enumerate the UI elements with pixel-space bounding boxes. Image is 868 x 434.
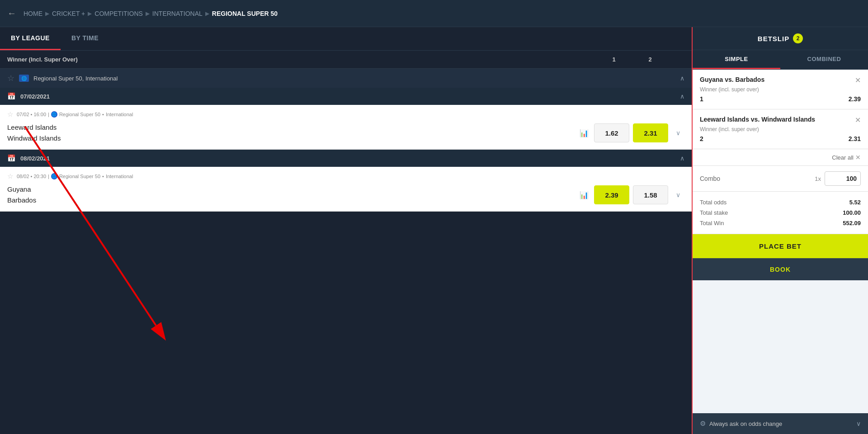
breadcrumb-sep2: ▶ (88, 10, 92, 17)
date-collapse-icon-1[interactable]: ∧ (680, 93, 684, 100)
date-row-1: 📅 07/02/2021 ∧ (0, 88, 692, 105)
total-stake-value: 100.00 (843, 209, 861, 216)
match-row-1: ☆ 07/02 • 16:00 | 🌐 Regional Super 50 • … (0, 105, 692, 150)
odds-change-chevron-icon[interactable]: ∨ (856, 420, 861, 427)
clear-all-text[interactable]: Clear all (832, 154, 854, 161)
league-collapse-icon[interactable]: ∧ (680, 75, 684, 82)
league-name: Regional Super 50, International (33, 75, 675, 82)
expand-icon-2[interactable]: ∨ (672, 189, 684, 201)
match-body-1: Leeward Islands Windward Islands 📊 1.62 … (7, 122, 684, 144)
odd-btn-1-2[interactable]: 2.31 (633, 123, 668, 142)
odd-btn-2-2[interactable]: 1.58 (633, 185, 668, 204)
match-time-1: 07/02 • 16:00 (17, 112, 46, 117)
total-stake-row: Total stake 100.00 (700, 208, 861, 218)
total-win-row: Total Win 552.09 (700, 218, 861, 228)
betslip-tab-simple[interactable]: SIMPLE (693, 50, 780, 69)
match-sep-2: | (48, 174, 49, 179)
match-meta-info-2: 08/02 • 20:30 | 🌐 Regional Super 50 • In… (17, 173, 133, 179)
team2-name-1: Windward Islands (7, 133, 580, 144)
breadcrumb-competitions[interactable]: COMPETITIONS (94, 10, 143, 17)
match-sep-1: | (48, 112, 49, 117)
total-win-label: Total Win (700, 220, 724, 226)
calendar-icon-1: 📅 (7, 92, 16, 100)
bet-item-header-2: Leeward Islands vs. Windward Islands ✕ (700, 116, 861, 124)
betslip-title: BETSLIP (758, 35, 789, 42)
combo-right: 1x (815, 171, 861, 186)
market-name: Winner (Incl. Super Over) (7, 56, 596, 63)
match-globe-icon-2: 🌐 (51, 173, 57, 179)
stats-icon-1[interactable]: 📊 (580, 129, 589, 137)
bet-odd-value-2: 2.31 (849, 135, 861, 142)
match-globe-icon-1: 🌐 (51, 111, 57, 118)
match-fav-star-1[interactable]: ☆ (7, 110, 13, 118)
stats-icon-2[interactable]: 📊 (580, 191, 589, 199)
betslip-tab-combined[interactable]: COMBINED (780, 50, 868, 69)
bet-item-1: Guyana vs. Barbados ✕ Winner (incl. supe… (693, 70, 868, 109)
combo-label: Combo (700, 175, 720, 182)
book-button[interactable]: BOOK (693, 258, 868, 280)
bet-market-2: Winner (incl. super over) (700, 126, 861, 132)
odd-btn-1-1[interactable]: 1.62 (594, 123, 629, 142)
total-odds-label: Total odds (700, 199, 726, 206)
match-fav-star-2[interactable]: ☆ (7, 172, 13, 180)
bet-match-name-1: Guyana vs. Barbados (700, 76, 851, 83)
bet-market-1: Winner (incl. super over) (700, 86, 861, 93)
odd-btn-2-1[interactable]: 2.39 (594, 185, 629, 204)
date-label-1: 07/02/2021 (20, 93, 675, 100)
match-league-2: Regional Super 50 (59, 174, 100, 179)
match-teams-2: Guyana Barbados (7, 184, 580, 206)
clear-all-x-icon[interactable]: ✕ (855, 154, 861, 161)
match-row-2: ☆ 08/02 • 20:30 | 🌐 Regional Super 50 • … (0, 167, 692, 212)
expand-icon-1[interactable]: ∨ (672, 127, 684, 139)
odds-change-row: ⚙ Always ask on odds change ∨ (693, 413, 868, 434)
date-row-2: 📅 08/02/2021 ∧ (0, 150, 692, 167)
bet-selection-label-1: 1 (700, 95, 703, 103)
match-body-2: Guyana Barbados 📊 2.39 1.58 ∨ (7, 184, 684, 206)
betslip-badge: 2 (793, 33, 803, 43)
bet-odd-value-1: 2.39 (849, 95, 861, 103)
combo-stake-input[interactable] (825, 171, 861, 186)
content-area: BY LEAGUE BY TIME Winner (Incl. Super Ov… (0, 27, 692, 434)
betslip-body: Guyana vs. Barbados ✕ Winner (incl. supe… (693, 70, 868, 413)
total-odds-row: Total odds 5.52 (700, 197, 861, 208)
breadcrumb-home[interactable]: HOME (24, 10, 42, 17)
team1-name-1: Leeward Islands (7, 122, 580, 133)
date-label-2: 08/02/2021 (20, 155, 675, 162)
match-meta-2: ☆ 08/02 • 20:30 | 🌐 Regional Super 50 • … (7, 172, 684, 180)
bet-match-name-2: Leeward Islands vs. Windward Islands (700, 116, 851, 123)
totals-section: Total odds 5.52 Total stake 100.00 Total… (693, 192, 868, 234)
back-button[interactable]: ← (7, 8, 16, 19)
odds-change-left: ⚙ Always ask on odds change (700, 420, 782, 428)
bet-selection-row-1: 1 2.39 (700, 95, 861, 103)
date-collapse-icon-2[interactable]: ∧ (680, 155, 684, 162)
match-time-2: 08/02 • 20:30 (17, 174, 46, 179)
betslip-panel: BETSLIP 2 SIMPLE COMBINED Guyana vs. Bar… (692, 27, 868, 434)
combo-row: Combo 1x (693, 166, 868, 192)
bet-close-2[interactable]: ✕ (855, 116, 861, 124)
bet-selection-row-2: 2 2.31 (700, 135, 861, 142)
breadcrumb-sep4: ▶ (205, 10, 209, 17)
place-bet-button[interactable]: PLACE BET (693, 234, 868, 258)
tab-by-league[interactable]: BY LEAGUE (0, 27, 61, 50)
league-row: ☆ 🌐 Regional Super 50, International ∧ (0, 69, 692, 88)
breadcrumb-sep1: ▶ (45, 10, 49, 17)
tab-by-time[interactable]: BY TIME (61, 27, 109, 50)
match-dot-2: • (102, 174, 104, 179)
bet-close-1[interactable]: ✕ (855, 76, 861, 85)
breadcrumb: HOME ▶ CRICKET + ▶ COMPETITIONS ▶ INTERN… (24, 10, 278, 17)
bet-selection-label-2: 2 (700, 135, 703, 142)
odds-change-text: Always ask on odds change (709, 420, 782, 427)
match-league-1: Regional Super 50 (59, 112, 100, 117)
favorite-star-icon[interactable]: ☆ (7, 73, 14, 83)
col-label-1: 1 (596, 56, 632, 63)
total-odds-value: 5.52 (849, 199, 861, 206)
breadcrumb-bar: ← HOME ▶ CRICKET + ▶ COMPETITIONS ▶ INTE… (0, 0, 868, 27)
tabs-bar: BY LEAGUE BY TIME (0, 27, 692, 51)
total-win-value: 552.09 (843, 220, 861, 226)
col-label-2: 2 (632, 56, 668, 63)
calendar-icon-2: 📅 (7, 154, 16, 162)
main-layout: BY LEAGUE BY TIME Winner (Incl. Super Ov… (0, 27, 868, 434)
breadcrumb-international[interactable]: INTERNATIONAL (152, 10, 203, 17)
combo-multi: 1x (815, 175, 821, 182)
breadcrumb-cricket[interactable]: CRICKET + (52, 10, 85, 17)
